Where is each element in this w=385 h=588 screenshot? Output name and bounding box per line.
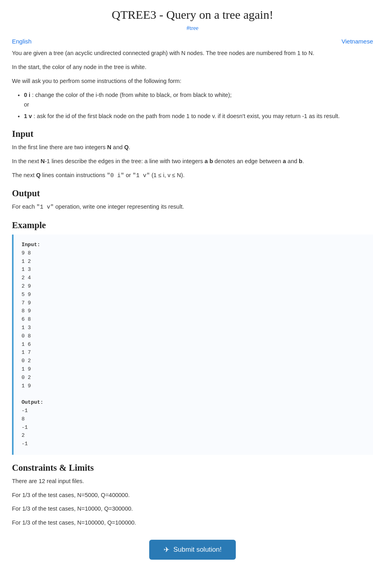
submit-label: Submit solution!	[174, 546, 222, 554]
instruction-1-main: 1 v : ask for the id of the first black …	[24, 113, 340, 119]
vietnamese-lang-link[interactable]: Vietnamese	[342, 38, 373, 45]
constraints-line3: For 1/3 of the test cases, N=10000, Q=30…	[12, 504, 373, 514]
submit-area: ✈ Submit solution!	[12, 540, 373, 560]
send-icon: ✈	[164, 545, 170, 554]
instruction-item-0: 0 i : change the color of the i-th node …	[24, 90, 373, 110]
english-lang-link[interactable]: English	[12, 38, 32, 45]
constraints-line1: There are 12 real input files.	[12, 476, 373, 486]
example-content: Input: 9 8 1 2 1 3 2 4 2 9 5 9 7 9 8 9 6…	[22, 241, 365, 448]
output-heading: Output	[12, 188, 373, 199]
example-heading: Example	[12, 220, 373, 231]
intro-line2: In the start, the color of any node in t…	[12, 63, 373, 72]
input-heading: Input	[12, 129, 373, 139]
constraints-heading: Constraints & Limits	[12, 463, 373, 473]
language-bar: English Vietnamese	[12, 38, 373, 45]
example-box: Input: 9 8 1 2 1 3 2 4 2 9 5 9 7 9 8 9 6…	[12, 235, 373, 455]
instruction-item-1: 1 v : ask for the id of the first black …	[24, 111, 373, 121]
instruction-0-main: 0 i : change the color of the i-th node …	[24, 92, 232, 98]
instructions-intro: We will ask you to perfrom some instruct…	[12, 77, 373, 86]
constraints-line2: For 1/3 of the test cases, N=5000, Q=400…	[12, 490, 373, 500]
output-line: For each "1 v" operation, write one inte…	[12, 202, 373, 212]
instruction-0-sub: or	[24, 101, 29, 108]
input-line2: In the next N-1 lines describe the edges…	[12, 156, 373, 166]
input-line1: In the first line there are two integers…	[12, 142, 373, 152]
instructions-list: 0 i : change the color of the i-th node …	[24, 90, 373, 121]
input-line3: The next Q lines contain instructions "0…	[12, 170, 373, 181]
page-title: QTREE3 - Query on a tree again!	[12, 8, 373, 22]
hashtag-label: #tree	[12, 25, 373, 32]
constraints-line4: For 1/3 of the test cases, N=100000, Q=1…	[12, 518, 373, 528]
intro-line1: You are given a tree (an acyclic undirec…	[12, 49, 373, 58]
submit-button[interactable]: ✈ Submit solution!	[149, 540, 236, 560]
